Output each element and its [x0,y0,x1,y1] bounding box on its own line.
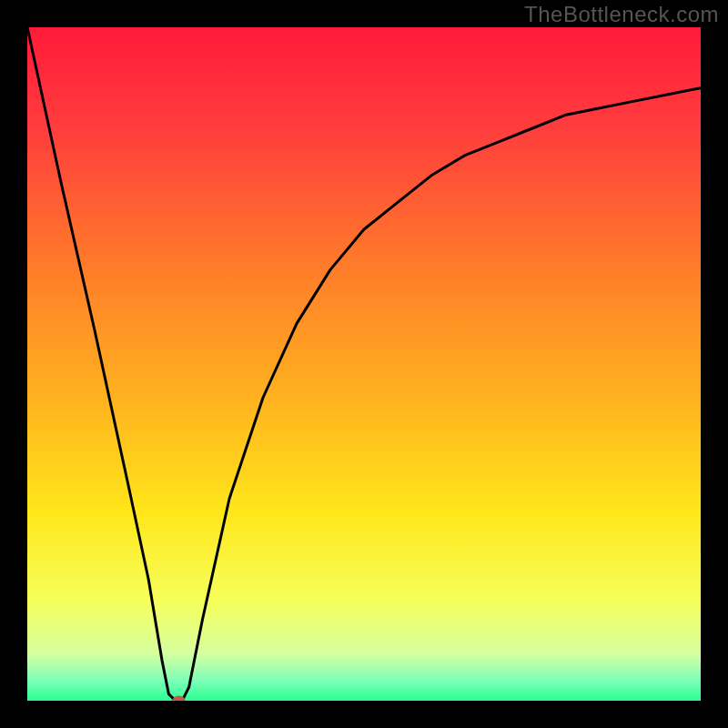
chart-svg [27,27,701,701]
chart-frame: TheBottleneck.com [0,0,728,728]
watermark-text: TheBottleneck.com [524,2,719,27]
gradient-background [27,27,701,701]
plot-area [27,27,701,701]
